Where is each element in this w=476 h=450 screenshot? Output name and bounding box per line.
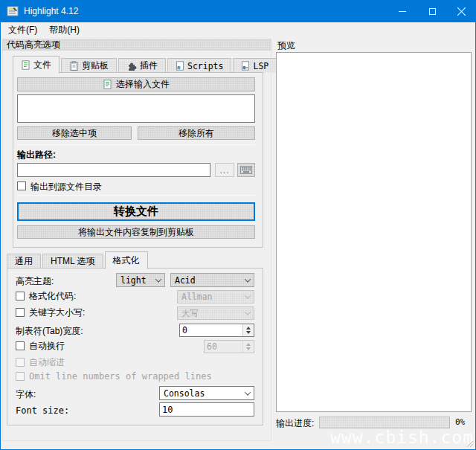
- theme-combobox[interactable]: Acid: [170, 273, 254, 287]
- spin-down-icon: [246, 347, 251, 350]
- reformat-code-label: 格式化代码:: [29, 290, 76, 303]
- tab-formatting-label: 格式化: [113, 254, 140, 267]
- tab-html-options[interactable]: HTML 选项: [42, 254, 103, 269]
- tab-general[interactable]: 通用: [7, 254, 41, 269]
- resize-grip[interactable]: [466, 440, 473, 447]
- chevron-down-icon: [155, 276, 161, 282]
- chevron-down-icon: [245, 309, 251, 315]
- puzzle-icon: [126, 61, 137, 71]
- reformat-style-combobox: Allman: [177, 290, 254, 303]
- wrap-column-spinbox: 60: [204, 340, 254, 353]
- input-tabbar: 文件 剪贴板 插件 (): [13, 55, 278, 73]
- output-path-input[interactable]: [17, 163, 210, 177]
- word-wrap-checkbox[interactable]: [16, 341, 25, 350]
- clipboard-icon: [69, 61, 79, 71]
- minimize-button[interactable]: [387, 0, 417, 22]
- preview-label: 预览: [277, 39, 295, 52]
- word-wrap-label: 自动换行: [29, 340, 65, 353]
- maximize-button[interactable]: [417, 0, 447, 22]
- document-icon: [103, 80, 112, 89]
- tab-clipboard-label: 剪贴板: [82, 60, 109, 72]
- tab-formatting[interactable]: 格式化: [105, 251, 148, 269]
- spin-up-icon: [246, 343, 251, 346]
- theme-label: 高亮主题:: [16, 275, 54, 288]
- tab-plugins[interactable]: 插件: [118, 58, 166, 73]
- auto-indent-checkbox: [16, 358, 25, 367]
- tab-files[interactable]: 文件: [13, 56, 60, 74]
- app-icon: [7, 5, 19, 17]
- reformat-style-value: Allman: [181, 292, 213, 302]
- spin-down-icon: [246, 331, 251, 334]
- remove-selected-button[interactable]: 移除选中项: [17, 126, 132, 140]
- remove-all-button[interactable]: 移除所有: [138, 126, 255, 140]
- font-label: 字体:: [16, 388, 36, 401]
- menubar: 文件(F) 帮助(H): [1, 22, 475, 37]
- close-button[interactable]: [447, 0, 476, 22]
- chevron-down-icon: [245, 276, 251, 282]
- window-title: Highlight 4.12: [24, 0, 78, 22]
- tab-lsp[interactable]: LSP: [233, 58, 277, 73]
- spinner-buttons[interactable]: [242, 324, 254, 336]
- document-icon: [21, 60, 30, 70]
- copy-output-to-clipboard-button[interactable]: 将输出文件内容复制到剪贴板: [17, 225, 255, 239]
- menu-help[interactable]: 帮助(H): [43, 22, 86, 37]
- open-output-dir-button[interactable]: [237, 163, 255, 177]
- choose-input-files-button[interactable]: 选择输入文件: [17, 77, 255, 91]
- tab-width-label: 制表符(Tab)宽度:: [16, 325, 83, 338]
- lsp-file-icon: [241, 61, 250, 71]
- output-progress-label: 输出进度:: [276, 417, 314, 430]
- menu-file[interactable]: 文件(F): [2, 22, 43, 37]
- browse-output-button[interactable]: ...: [215, 163, 234, 177]
- svg-text:(): (): [178, 66, 181, 70]
- convert-files-button[interactable]: 转换文件: [17, 202, 255, 221]
- maximize-icon: [429, 8, 436, 15]
- output-progress-bar: [319, 417, 450, 428]
- tab-width-value: 0: [180, 324, 242, 336]
- keyword-case-value: 大写: [181, 308, 199, 319]
- titlebar: Highlight 4.12: [0, 0, 476, 22]
- font-combobox[interactable]: Consolas: [159, 386, 254, 400]
- app-window: Highlight 4.12 文件(F) 帮助(H) 代码高亮选项 文件: [0, 0, 476, 450]
- theme-type-value: light: [120, 275, 147, 286]
- tab-clipboard[interactable]: 剪贴板: [61, 58, 117, 73]
- options-groupbox-title: 代码高亮选项: [2, 39, 271, 51]
- theme-type-combobox[interactable]: light: [116, 273, 165, 287]
- close-icon: [457, 7, 466, 16]
- input-files-list[interactable]: [17, 94, 255, 123]
- tab-scripts[interactable]: () Scripts: [167, 58, 231, 73]
- separator: [17, 144, 255, 145]
- minimize-icon: [399, 11, 406, 12]
- output-path-label: 输出路径:: [17, 149, 56, 161]
- script-file-icon: (): [176, 61, 184, 71]
- reformat-code-checkbox[interactable]: [16, 292, 25, 300]
- output-to-source-checkbox[interactable]: [17, 181, 26, 190]
- tab-plugins-label: 插件: [140, 60, 158, 72]
- chevron-down-icon: [245, 292, 251, 298]
- output-to-source-label: 输出到源文件目录: [30, 181, 102, 193]
- theme-value: Acid: [175, 275, 196, 286]
- font-size-input[interactable]: [159, 402, 254, 417]
- omit-wrapped-line-numbers-label: Omit line numbers of wrapped lines: [29, 371, 212, 382]
- tab-width-spinbox[interactable]: 0: [179, 324, 254, 337]
- keyword-case-checkbox[interactable]: [16, 308, 25, 317]
- options-tabbar: 通用 HTML 选项 格式化: [7, 251, 149, 269]
- spinner-buttons: [242, 341, 254, 353]
- auto-indent-label: 自动缩进: [29, 356, 65, 369]
- wrap-column-value: 60: [205, 341, 242, 353]
- tab-html-options-label: HTML 选项: [51, 255, 95, 268]
- keyword-case-combobox: 大写: [177, 306, 254, 320]
- separator: [17, 195, 255, 196]
- tab-general-label: 通用: [15, 255, 33, 268]
- output-progress-percent: 0%: [455, 417, 465, 427]
- watermark-text: www.cbish.com: [330, 428, 474, 447]
- chevron-down-icon: [245, 389, 251, 395]
- tab-scripts-label: Scripts: [187, 61, 223, 71]
- spin-up-icon: [246, 327, 251, 330]
- keyword-case-label: 关键字大小写:: [29, 306, 85, 319]
- font-size-label: Font size:: [16, 405, 69, 416]
- font-value: Consolas: [164, 388, 205, 399]
- omit-wrapped-line-numbers-checkbox: [16, 372, 25, 381]
- choose-input-files-label: 选择输入文件: [116, 78, 170, 91]
- tab-files-label: 文件: [33, 59, 51, 71]
- keyboard-icon: [240, 166, 252, 174]
